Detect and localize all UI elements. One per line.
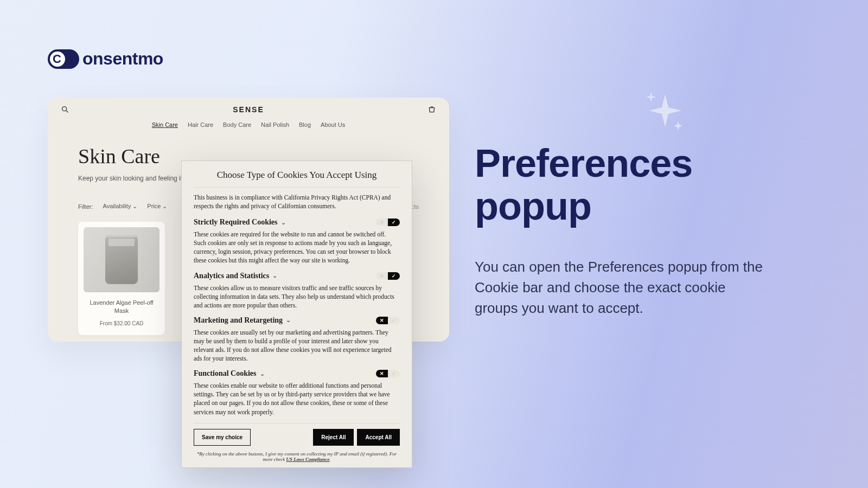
category-marketing: Marketing and Retargeting ⌄ ✕ ✓ These co… bbox=[194, 316, 400, 363]
category-header[interactable]: Marketing and Retargeting ⌄ bbox=[194, 316, 291, 325]
category-analytics: Analytics and Statistics ⌄ ✕ ✓ These coo… bbox=[194, 272, 400, 310]
logo-text: onsentmo bbox=[82, 49, 163, 69]
toggle-off-half: ✕ bbox=[376, 370, 388, 377]
svg-line-1 bbox=[66, 111, 68, 112]
accept-all-button[interactable]: Accept All bbox=[357, 429, 400, 446]
cookie-preferences-popup: Choose Type of Cookies You Accept Using … bbox=[181, 160, 412, 468]
category-header[interactable]: Functional Cookies ⌄ bbox=[194, 369, 265, 378]
nav-link-body-care[interactable]: Body Care bbox=[223, 121, 251, 128]
page-title: Preferences popup bbox=[475, 142, 768, 228]
category-header[interactable]: Strictly Required Cookies ⌄ bbox=[194, 218, 286, 227]
product-card[interactable]: Lavender Algae Peel-off Mask From $32.00… bbox=[78, 222, 165, 335]
filter-label: Filter: bbox=[78, 203, 93, 210]
category-functional: Functional Cookies ⌄ ✕ ✓ These cookies e… bbox=[194, 369, 400, 416]
toggle-off-half: ✕ bbox=[376, 219, 388, 226]
chevron-down-icon: ⌄ bbox=[281, 219, 286, 226]
toggle-strictly-required[interactable]: ✕ ✓ bbox=[376, 219, 400, 226]
brand-logo: C onsentmo bbox=[48, 49, 163, 69]
toggle-on-half: ✓ bbox=[388, 370, 400, 377]
info-panel: Preferences popup You can open the Prefe… bbox=[475, 142, 768, 318]
divider bbox=[194, 423, 400, 423]
category-title: Functional Cookies bbox=[194, 369, 257, 378]
store-brand: SENSE bbox=[233, 105, 264, 114]
category-title: Strictly Required Cookies bbox=[194, 218, 278, 227]
page-description: You can open the Preferences popup from … bbox=[475, 257, 768, 318]
nav-link-nail-polish[interactable]: Nail Polish bbox=[261, 121, 289, 128]
toggle-on-half: ✓ bbox=[388, 317, 400, 324]
cart-icon[interactable] bbox=[427, 105, 436, 114]
toggle-off-half: ✕ bbox=[376, 317, 388, 324]
chevron-down-icon: ⌄ bbox=[162, 203, 167, 209]
filter-availability[interactable]: Availability ⌄ bbox=[103, 203, 138, 210]
footnote-link[interactable]: US Laws Compliance bbox=[286, 457, 329, 462]
category-description: These cookies are required for the websi… bbox=[194, 230, 400, 265]
chevron-down-icon: ⌄ bbox=[286, 317, 291, 324]
sparkle-icon bbox=[643, 90, 687, 133]
footnote: *By clicking on the above buttons, I giv… bbox=[194, 451, 400, 462]
category-strictly-required: Strictly Required Cookies ⌄ ✕ ✓ These co… bbox=[194, 218, 400, 265]
toggle-analytics[interactable]: ✕ ✓ bbox=[376, 272, 400, 280]
toggle-off-half: ✕ bbox=[376, 272, 388, 280]
product-name: Lavender Algae Peel-off Mask bbox=[84, 299, 159, 315]
nav-link-about[interactable]: About Us bbox=[321, 121, 345, 128]
category-header[interactable]: Analytics and Statistics ⌄ bbox=[194, 272, 277, 280]
nav-link-skin-care[interactable]: Skin Care bbox=[152, 121, 178, 128]
toggle-on-half: ✓ bbox=[388, 219, 400, 226]
filter-price[interactable]: Price ⌄ bbox=[147, 203, 167, 210]
compliance-text: This business is in compliance with Cali… bbox=[194, 193, 400, 210]
footnote-suffix: . bbox=[329, 457, 330, 462]
category-title: Marketing and Retargeting bbox=[194, 316, 283, 325]
category-description: These cookies are usually set by our mar… bbox=[194, 328, 400, 363]
nav-link-blog[interactable]: Blog bbox=[299, 121, 311, 128]
chevron-down-icon: ⌄ bbox=[132, 203, 137, 209]
popup-title: Choose Type of Cookies You Accept Using bbox=[194, 170, 400, 181]
save-choice-button[interactable]: Save my choice bbox=[194, 429, 251, 446]
category-description: These cookies enable our website to offe… bbox=[194, 381, 400, 416]
toggle-marketing[interactable]: ✕ ✓ bbox=[376, 317, 400, 324]
svg-point-0 bbox=[62, 107, 67, 111]
divider bbox=[194, 187, 400, 188]
category-description: These cookies allow us to measure visito… bbox=[194, 284, 400, 310]
chevron-down-icon: ⌄ bbox=[272, 272, 277, 279]
product-image bbox=[84, 227, 159, 292]
reject-all-button[interactable]: Reject All bbox=[313, 429, 354, 446]
nav-link-hair-care[interactable]: Hair Care bbox=[188, 121, 213, 128]
search-icon[interactable] bbox=[61, 105, 69, 114]
toggle-functional[interactable]: ✕ ✓ bbox=[376, 370, 400, 377]
toggle-on-half: ✓ bbox=[388, 272, 400, 280]
product-price: From $32.00 CAD bbox=[84, 320, 159, 326]
category-title: Analytics and Statistics bbox=[194, 272, 269, 280]
logo-mark: C bbox=[48, 49, 79, 69]
store-nav: Skin Care Hair Care Body Care Nail Polis… bbox=[48, 121, 449, 128]
chevron-down-icon: ⌄ bbox=[260, 370, 265, 377]
